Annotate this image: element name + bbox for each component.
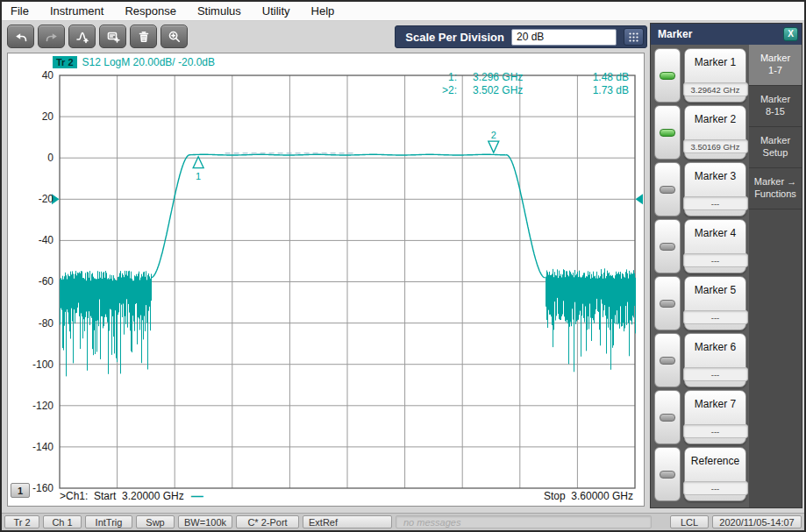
marker-row: Marker 3 --- (654, 162, 746, 216)
marker-2-toggle[interactable] (654, 105, 681, 160)
toolbar-buttons (7, 25, 188, 48)
menu-file[interactable]: File (11, 4, 29, 18)
marker-button-value: --- (683, 253, 748, 267)
marker-2-symbol[interactable]: 2 (489, 130, 499, 153)
keypad-button[interactable] (624, 28, 644, 46)
trace-format-label: S12 LogM 20.00dB/ -20.0dB (82, 56, 215, 68)
y-tick: -160 (32, 482, 53, 494)
marker-panel-header: Marker X (651, 24, 802, 45)
marker-button-value: --- (683, 196, 748, 210)
close-icon[interactable]: X (783, 27, 798, 41)
marker-panel: Marker X Marker 1 3.29642 GHz Marker 2 3… (650, 23, 802, 508)
marker-row: Marker 5 --- (654, 276, 746, 330)
keypad-icon (628, 32, 639, 43)
menu-help[interactable]: Help (311, 4, 335, 18)
menu-response[interactable]: Response (125, 4, 176, 18)
marker-1-button[interactable]: Marker 1 3.29642 GHz (684, 48, 746, 103)
marker-4-button[interactable]: Marker 4 --- (684, 219, 746, 273)
delete-button[interactable] (130, 25, 157, 48)
marker-1-symbol[interactable]: 1 (193, 157, 203, 181)
marker-6-button[interactable]: Marker 6 --- (684, 333, 746, 387)
led-indicator (660, 357, 675, 365)
marker-row: Reference --- (654, 447, 746, 501)
y-tick: -120 (32, 400, 53, 412)
marker-5-toggle[interactable] (654, 276, 681, 330)
marker-button-value: 3.29642 GHz (683, 82, 748, 96)
led-indicator (660, 471, 675, 479)
marker-6-toggle[interactable] (654, 333, 681, 387)
add-channel-button[interactable] (99, 25, 126, 48)
readout-marker-freq: 3.502 GHz (457, 84, 555, 96)
readout-marker-freq: 3.296 GHz (457, 71, 555, 83)
status-calibration: C* 2-Port (236, 515, 299, 528)
y-tick: -140 (32, 441, 53, 453)
marker-2-button[interactable]: Marker 2 3.50169 GHz (684, 105, 746, 160)
marker-button-label: Reference (691, 455, 739, 467)
zoom-button[interactable] (160, 25, 188, 48)
redo-button[interactable] (38, 25, 65, 48)
led-indicator (660, 129, 675, 137)
menu-stimulus[interactable]: Stimulus (197, 4, 241, 18)
tab-marker-setup[interactable]: Marker Setup (749, 127, 802, 168)
tab-marker-8-15[interactable]: Marker 8-15 (749, 86, 802, 127)
readout-marker-id: >2: (425, 84, 457, 96)
scale-per-division-label: Scale Per Division (404, 31, 504, 44)
menu-utility[interactable]: Utility (262, 4, 290, 18)
marker-button-label: Marker 7 (695, 398, 736, 410)
status-channel: Ch 1 (43, 515, 82, 528)
channel-badge[interactable]: 1 (11, 483, 30, 498)
status-reference: ExtRef (303, 515, 392, 528)
marker-4-toggle[interactable] (654, 219, 681, 273)
marker-5-button[interactable]: Marker 5 --- (684, 276, 746, 330)
y-tick: -80 (39, 317, 53, 330)
marker-3-button[interactable]: Marker 3 --- (684, 162, 746, 216)
menu-instrument[interactable]: Instrument (50, 4, 103, 18)
marker-button-label: Marker 4 (695, 227, 736, 239)
status-trace: Tr 2 (4, 515, 39, 528)
readout-marker-id: 1: (425, 71, 457, 83)
add-trace-icon (75, 30, 89, 44)
status-lcl: LCL (670, 515, 709, 528)
ref-level-right-triangle (636, 194, 644, 204)
stop-frequency-label: Stop 3.60000 GHz (544, 490, 633, 502)
s12-trace (151, 154, 545, 277)
trace-badge: Tr 2 (53, 56, 77, 68)
marker-3-toggle[interactable] (654, 162, 681, 216)
trace-info-line[interactable]: Tr 2 S12 LogM 20.00dB/ -20.0dB (53, 56, 215, 68)
y-tick: -20 (39, 193, 53, 205)
y-tick: -100 (32, 358, 53, 371)
menu-bar: File Instrument Response Stimulus Utilit… (2, 2, 804, 21)
tab-marker-1-7[interactable]: Marker 1-7 (749, 45, 802, 86)
marker-row: Marker 6 --- (654, 333, 746, 387)
add-channel-icon (106, 30, 120, 44)
toolbar: Scale Per Division (2, 21, 650, 53)
marker-row: Marker 4 --- (654, 219, 746, 273)
scale-value-input[interactable] (511, 29, 617, 46)
marker-7-toggle[interactable] (654, 390, 681, 444)
marker-button-value: --- (683, 424, 748, 438)
scale-per-division-control: Scale Per Division (395, 25, 647, 48)
marker-7-button[interactable]: Marker 7 --- (684, 390, 746, 444)
reference-marker-toggle[interactable] (654, 447, 681, 501)
reference-marker-button[interactable]: Reference --- (684, 447, 746, 501)
undo-button[interactable] (7, 25, 34, 48)
status-sweep: Swp (136, 515, 175, 528)
marker-panel-body: Marker 1 3.29642 GHz Marker 2 3.50169 GH… (651, 45, 802, 507)
status-datetime: 2020/11/05-14:07 (712, 515, 802, 528)
tab-marker-functions[interactable]: Marker → Functions (749, 168, 802, 209)
marker-button-label: Marker 3 (695, 170, 736, 182)
led-indicator (660, 72, 675, 80)
status-bar: Tr 2 Ch 1 IntTrig Swp BW=100k C* 2-Port … (2, 513, 804, 530)
marker-readout-table: 1: 3.296 GHz 1.48 dB >2: 3.502 GHz 1.73 … (425, 71, 629, 96)
add-trace-button[interactable] (68, 25, 96, 48)
marker-1-toggle[interactable] (654, 48, 681, 103)
led-indicator (660, 243, 675, 251)
trash-icon (137, 30, 151, 44)
marker-button-value: --- (683, 310, 748, 324)
plot-area: 12 Tr 2 S12 LogM 20.00dB/ -20.0dB 1: 3.2… (7, 53, 645, 507)
y-tick: -40 (39, 234, 53, 246)
marker-button-label: Marker 6 (695, 341, 736, 353)
stimulus-labels: >Ch1: Start 3.20000 GHz — Stop 3.60000 G… (60, 490, 633, 502)
y-tick: 40 (42, 69, 53, 82)
zoom-icon (168, 30, 182, 44)
